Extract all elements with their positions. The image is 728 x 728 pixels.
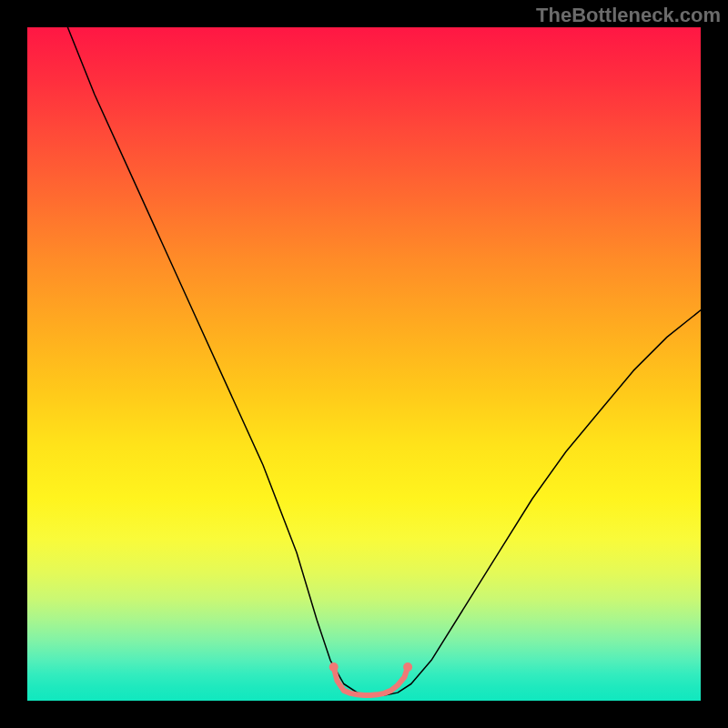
watermark-text: TheBottleneck.com [536,4,721,27]
plot-area [27,27,701,701]
chart-stage: TheBottleneck.com [0,0,728,728]
gradient-background [27,27,701,701]
